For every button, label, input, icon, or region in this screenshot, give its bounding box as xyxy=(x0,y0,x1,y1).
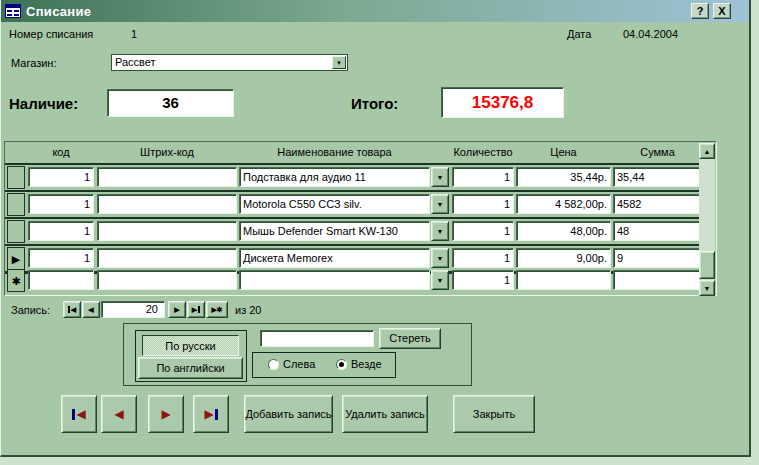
chevron-down-icon[interactable]: ▼ xyxy=(431,194,449,214)
arrow-left-icon: ◀ xyxy=(76,408,85,420)
date-label: Дата xyxy=(567,28,591,40)
arrow-right-icon: ▶ xyxy=(204,408,213,420)
form-window: Списание ? X Номер списания 1 Дата 04.04… xyxy=(0,0,751,457)
price-field[interactable]: 48,00р. xyxy=(516,221,611,241)
sum-field[interactable]: 35,44 xyxy=(613,167,702,187)
qty-field[interactable]: 1 xyxy=(452,270,514,290)
help-button[interactable]: ? xyxy=(691,3,709,19)
name-field[interactable]: Подставка для аудио 11 xyxy=(239,167,430,187)
shtrih-field[interactable] xyxy=(97,270,237,290)
current-record-marker[interactable]: ▶ xyxy=(7,247,25,270)
table-scrollbar[interactable]: ▲ ▼ xyxy=(699,143,715,296)
scrollbar-thumb[interactable] xyxy=(699,251,715,279)
shtrih-field[interactable] xyxy=(97,194,237,214)
kod-field[interactable] xyxy=(28,270,94,290)
new-record-button[interactable]: ▶✱ xyxy=(206,301,228,318)
language-group: По русски По английски xyxy=(135,330,247,382)
col-header-qty: Количество xyxy=(452,146,514,158)
date-value: 04.04.2004 xyxy=(623,28,678,40)
name-field[interactable] xyxy=(239,270,430,290)
kod-field[interactable]: 1 xyxy=(28,167,94,187)
stock-value: 36 xyxy=(162,94,179,111)
row-selector[interactable] xyxy=(7,220,25,243)
total-value-box: 15376,8 xyxy=(441,87,564,118)
goto-first-button[interactable]: ◀ xyxy=(61,395,97,433)
table-row: 1 Мышь Defender Smart KW-130 ▼ 1 48,00р.… xyxy=(5,219,700,244)
col-header-sum: Сумма xyxy=(613,146,702,158)
name-field[interactable]: Мышь Defender Smart KW-130 xyxy=(239,221,430,241)
name-field[interactable]: Дискета Memorex xyxy=(239,248,430,268)
sum-field[interactable] xyxy=(613,270,702,290)
search-mode-group: Слева Везде xyxy=(252,352,396,378)
new-record-marker[interactable]: ✱ xyxy=(7,269,25,292)
last-record-button[interactable]: ▶ xyxy=(187,301,205,318)
radio-left-circle[interactable] xyxy=(268,359,279,370)
arrow-left-icon: ◀ xyxy=(114,408,123,420)
stock-label: Наличие: xyxy=(9,95,78,112)
sum-field[interactable]: 48 xyxy=(613,221,702,241)
col-header-kod: код xyxy=(28,146,94,158)
radio-left[interactable]: Слева xyxy=(268,358,315,370)
store-combobox-value: Рассвет xyxy=(115,56,156,68)
arrow-right-icon: ▶ xyxy=(161,408,170,420)
qty-field[interactable]: 1 xyxy=(452,221,514,241)
first-record-button[interactable]: ◀ xyxy=(63,301,81,318)
price-field[interactable]: 4 582,00р. xyxy=(516,194,611,214)
scroll-down-icon[interactable]: ▼ xyxy=(699,280,715,296)
row-selector[interactable] xyxy=(7,166,25,189)
title-bar: Списание ? X xyxy=(1,0,749,22)
window-title: Списание xyxy=(26,4,91,19)
close-icon[interactable]: X xyxy=(713,3,731,19)
english-layout-button[interactable]: По английски xyxy=(138,357,243,379)
goto-next-button[interactable]: ▶ xyxy=(148,395,184,433)
price-field[interactable] xyxy=(516,270,611,290)
row-selector[interactable] xyxy=(7,193,25,216)
kod-field[interactable]: 1 xyxy=(28,194,94,214)
record-count-label: из 20 xyxy=(235,304,261,316)
col-header-price: Цена xyxy=(516,146,611,158)
goto-previous-button[interactable]: ◀ xyxy=(101,395,137,433)
first-bar-icon xyxy=(72,409,75,420)
stock-value-box: 36 xyxy=(107,89,234,117)
shtrih-field[interactable] xyxy=(97,221,237,241)
chevron-down-icon[interactable]: ▼ xyxy=(431,270,449,290)
last-bar-icon xyxy=(215,409,218,420)
kod-field[interactable]: 1 xyxy=(28,248,94,268)
chevron-down-icon[interactable]: ▼ xyxy=(431,248,449,268)
sum-field[interactable]: 9 xyxy=(613,248,702,268)
name-field[interactable]: Motorola C550 ССЗ silv. xyxy=(239,194,430,214)
previous-record-button[interactable]: ◀ xyxy=(82,301,100,318)
qty-field[interactable]: 1 xyxy=(452,194,514,214)
next-record-button[interactable]: ▶ xyxy=(168,301,186,318)
search-input[interactable] xyxy=(260,330,374,347)
sum-field[interactable]: 4582 xyxy=(613,194,702,214)
qty-field[interactable]: 1 xyxy=(452,248,514,268)
chevron-down-icon[interactable]: ▼ xyxy=(431,167,449,187)
record-number-input[interactable]: 20 xyxy=(101,301,165,318)
form-icon xyxy=(5,4,21,18)
scroll-up-icon[interactable]: ▲ xyxy=(699,143,715,159)
shtrih-field[interactable] xyxy=(97,167,237,187)
items-table: код Штрих-код Наименование товара Количе… xyxy=(4,141,717,296)
search-panel: По русски По английски Стереть Слева Вез… xyxy=(123,323,472,386)
chevron-down-icon[interactable]: ▼ xyxy=(431,221,449,241)
add-record-button[interactable]: Добавить запись xyxy=(244,395,333,433)
close-form-button[interactable]: Закрыть xyxy=(453,395,535,433)
number-label: Номер списания xyxy=(9,28,93,40)
col-header-shtrih: Штрих-код xyxy=(97,146,237,158)
clear-button[interactable]: Стереть xyxy=(379,328,441,349)
price-field[interactable]: 9,00р. xyxy=(516,248,611,268)
shtrih-field[interactable] xyxy=(97,248,237,268)
store-combobox[interactable]: Рассвет ▼ xyxy=(111,54,348,71)
store-label: Магазин: xyxy=(11,57,57,69)
price-field[interactable]: 35,44р. xyxy=(516,167,611,187)
kod-field[interactable]: 1 xyxy=(28,221,94,241)
radio-everywhere[interactable]: Везде xyxy=(336,358,382,370)
delete-record-button[interactable]: Удалить запись xyxy=(342,395,428,433)
russian-layout-button[interactable]: По русски xyxy=(142,335,239,356)
number-value: 1 xyxy=(131,28,137,40)
qty-field[interactable]: 1 xyxy=(452,167,514,187)
chevron-down-icon[interactable]: ▼ xyxy=(332,56,346,69)
radio-everywhere-circle[interactable] xyxy=(336,359,347,370)
goto-last-button[interactable]: ▶ xyxy=(193,395,229,433)
